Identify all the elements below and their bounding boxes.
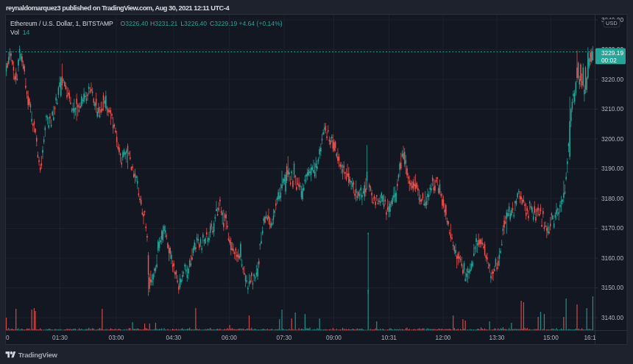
svg-text:3229.19: 3229.19 (601, 49, 623, 57)
svg-text:14: 14 (23, 29, 30, 36)
svg-text:C3229.19: C3229.19 (210, 20, 238, 27)
svg-text:USD: USD (606, 20, 618, 26)
svg-text:15:00: 15:00 (543, 334, 559, 341)
svg-text:03:00: 03:00 (109, 334, 124, 341)
svg-text:3160.00: 3160.00 (601, 254, 623, 262)
svg-text:04:30: 04:30 (166, 334, 181, 341)
svg-text:reynaldomarquez3 published on: reynaldomarquez3 published on TradingVie… (6, 4, 230, 12)
svg-text:3170.00: 3170.00 (601, 224, 623, 232)
svg-text:3210.00: 3210.00 (601, 105, 623, 113)
svg-text:+4.64 (+0.14%): +4.64 (+0.14%) (238, 20, 282, 27)
svg-text:06:00: 06:00 (222, 334, 237, 341)
svg-text:01:30: 01:30 (52, 334, 68, 341)
svg-text:3150.00: 3150.00 (601, 284, 623, 291)
svg-text:00:02: 00:02 (601, 57, 617, 64)
svg-text:Ethereum / U.S. Dollar, 1, BIT: Ethereum / U.S. Dollar, 1, BITSTAMP (10, 20, 113, 27)
svg-text:3190.00: 3190.00 (601, 165, 623, 172)
svg-text:3180.00: 3180.00 (601, 195, 623, 202)
svg-text:09:00: 09:00 (326, 334, 342, 341)
svg-text:12:00: 12:00 (436, 334, 451, 341)
svg-text:3220.00: 3220.00 (601, 76, 623, 83)
svg-text:07:30: 07:30 (277, 334, 292, 341)
svg-text:H3231.21: H3231.21 (150, 20, 178, 27)
svg-text:L3226.40: L3226.40 (180, 20, 207, 27)
svg-text:10:31: 10:31 (381, 334, 397, 341)
svg-text:0: 0 (6, 334, 10, 341)
svg-text:TradingView: TradingView (18, 351, 58, 359)
svg-text:3140.00: 3140.00 (601, 314, 623, 321)
svg-text:Vol: Vol (10, 29, 19, 36)
svg-text:3200.00: 3200.00 (601, 135, 623, 143)
svg-text:O3226.40: O3226.40 (121, 20, 149, 27)
svg-text:16:1: 16:1 (584, 334, 597, 341)
svg-text:13:30: 13:30 (489, 334, 505, 341)
